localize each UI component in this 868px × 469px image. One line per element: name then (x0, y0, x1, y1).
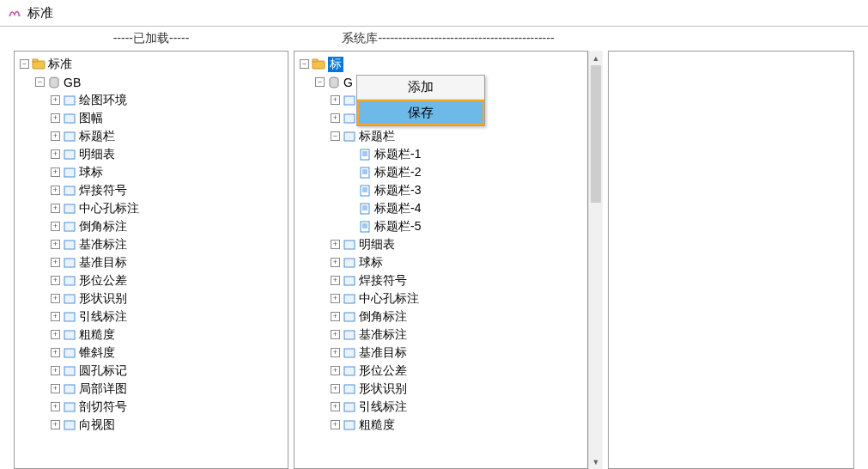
expand-icon[interactable]: + (51, 186, 60, 195)
expand-icon[interactable]: + (51, 168, 60, 177)
svg-rect-42 (361, 204, 369, 214)
expand-icon[interactable]: + (51, 276, 60, 285)
tree-leaf[interactable]: 标题栏-4 (298, 199, 587, 217)
expand-icon[interactable]: + (51, 420, 60, 429)
expand-icon[interactable]: + (331, 420, 340, 429)
tree-root-row[interactable]: − 标准 (18, 55, 288, 73)
expand-icon[interactable]: + (331, 348, 340, 357)
expand-icon[interactable]: + (331, 366, 340, 375)
tree-leaf[interactable]: 标题栏-2 (298, 163, 587, 181)
item-icon (63, 292, 76, 306)
expand-icon[interactable]: + (51, 402, 60, 411)
tree-item[interactable]: +引线标注 (18, 308, 288, 326)
scroll-up-icon[interactable]: ▲ (589, 51, 603, 65)
expand-icon[interactable]: + (331, 384, 340, 393)
expand-icon[interactable]: + (51, 113, 60, 123)
tree-item[interactable]: +局部详图 (18, 380, 288, 398)
svg-rect-3 (33, 59, 38, 62)
tree-item[interactable]: +焊接符号 (298, 271, 587, 289)
expand-icon[interactable]: + (331, 330, 340, 339)
expand-icon[interactable]: + (51, 131, 60, 141)
expand-icon[interactable]: + (331, 312, 340, 321)
collapse-icon[interactable]: − (315, 77, 325, 87)
menu-item-save[interactable]: 保存 (357, 100, 484, 125)
expand-icon[interactable]: + (331, 294, 340, 303)
expand-icon[interactable]: + (51, 312, 60, 321)
tree-item[interactable]: +明细表 (298, 235, 587, 253)
tree-item[interactable]: +倒角标注 (298, 308, 587, 326)
tree-item[interactable]: +剖切符号 (18, 398, 288, 416)
tree-gb-row[interactable]: − GB (18, 73, 288, 91)
db-icon (327, 76, 341, 89)
svg-rect-10 (64, 186, 75, 195)
tree-item[interactable]: +焊接符号 (18, 181, 288, 199)
tree-root-row[interactable]: − 标 (298, 55, 587, 73)
tree-item[interactable]: +形位公差 (18, 271, 288, 289)
tree-item[interactable]: +标题栏 (18, 127, 288, 145)
svg-rect-15 (64, 277, 75, 285)
tree-item[interactable]: +形状识别 (298, 380, 587, 398)
tree-item[interactable]: +基准目标 (298, 344, 587, 362)
tree-leaf[interactable]: 标题栏-1 (298, 145, 587, 163)
loaded-tree[interactable]: − 标准 − GB +绘图环境+图幅+标题栏+明细表+球标+焊接符号+中心孔标 (15, 52, 288, 437)
expand-icon[interactable]: + (51, 149, 60, 159)
collapse-icon[interactable]: − (331, 131, 340, 141)
scroll-thumb[interactable] (591, 65, 601, 203)
item-icon (63, 310, 76, 324)
tree-item[interactable]: +绘图环境 (18, 91, 288, 109)
tree-item[interactable]: +基准标注 (18, 235, 288, 253)
item-icon (63, 382, 76, 396)
expand-icon[interactable]: + (51, 204, 60, 213)
tree-item[interactable]: +图幅 (18, 109, 288, 127)
tree-label: 球标 (359, 255, 383, 271)
tree-item[interactable]: +向视图 (18, 416, 288, 434)
tree-item[interactable]: +中心孔标注 (298, 289, 587, 308)
menu-item-add[interactable]: 添加 (357, 76, 484, 100)
expand-icon[interactable]: + (51, 384, 60, 393)
svg-rect-11 (64, 204, 75, 213)
expand-icon[interactable]: + (331, 113, 340, 123)
tree-item-titleblock[interactable]: − 标题栏 (298, 127, 587, 145)
tree-item[interactable]: +球标 (18, 163, 288, 181)
tree-label: 倒角标注 (359, 309, 407, 325)
expand-icon[interactable]: + (51, 330, 60, 339)
svg-rect-22 (64, 403, 75, 411)
window-title: 标准 (27, 5, 53, 21)
scroll-down-icon[interactable]: ▼ (589, 454, 603, 469)
tree-item[interactable]: +倒角标注 (18, 217, 288, 235)
tree-item[interactable]: +锥斜度 (18, 344, 288, 362)
expand-icon[interactable]: + (51, 366, 60, 375)
tree-leaf[interactable]: 标题栏-3 (298, 181, 587, 199)
tree-item[interactable]: +粗糙度 (18, 326, 288, 344)
expand-icon[interactable]: + (331, 240, 340, 249)
tree-item[interactable]: +中心孔标注 (18, 199, 288, 217)
expand-icon[interactable]: + (331, 258, 340, 267)
tree-leaf[interactable]: 标题栏-5 (298, 217, 587, 235)
collapse-icon[interactable]: − (20, 59, 29, 69)
tree-item[interactable]: +形位公差 (298, 362, 587, 380)
expand-icon[interactable]: + (331, 402, 340, 411)
expand-icon[interactable]: + (331, 95, 340, 105)
collapse-icon[interactable]: − (300, 59, 309, 69)
vertical-scrollbar[interactable]: ▲ ▼ (588, 51, 603, 469)
expand-icon[interactable]: + (51, 348, 60, 357)
expand-icon[interactable]: + (331, 276, 340, 285)
expand-icon[interactable]: + (51, 222, 60, 231)
tree-item[interactable]: +引线标注 (298, 398, 587, 416)
expand-icon[interactable]: + (51, 240, 60, 249)
item-icon (63, 400, 76, 414)
item-icon (63, 184, 76, 198)
tree-item[interactable]: +形状识别 (18, 289, 288, 308)
svg-rect-27 (344, 96, 355, 105)
collapse-icon[interactable]: − (35, 77, 45, 87)
expand-icon[interactable]: + (51, 95, 60, 105)
expand-icon[interactable]: + (51, 258, 60, 267)
tree-item[interactable]: +粗糙度 (298, 416, 587, 434)
tree-item[interactable]: +球标 (298, 253, 587, 271)
expand-icon[interactable]: + (51, 294, 60, 303)
tree-item[interactable]: +圆孔标记 (18, 362, 288, 380)
tree-item[interactable]: +基准目标 (18, 253, 288, 271)
item-icon (343, 130, 356, 143)
tree-item[interactable]: +明细表 (18, 145, 288, 163)
tree-item[interactable]: +基准标注 (298, 326, 587, 344)
